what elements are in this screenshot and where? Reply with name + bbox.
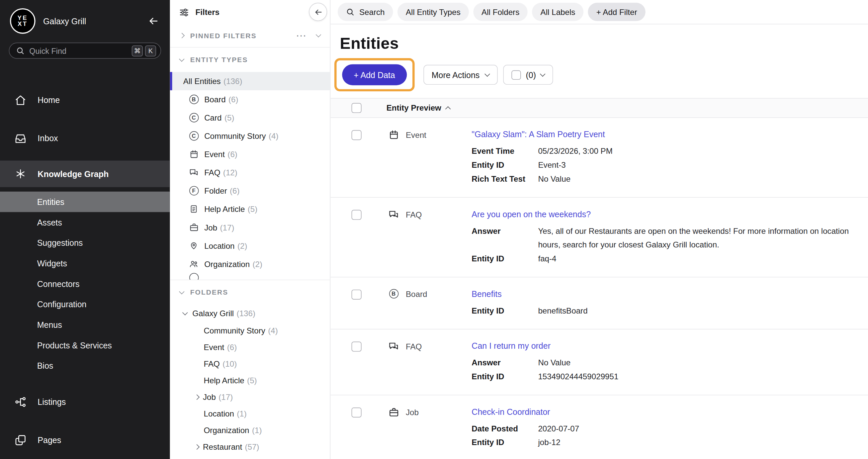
more-actions-button[interactable]: More Actions: [423, 65, 498, 85]
sidebar-item-suggestions[interactable]: Suggestions: [0, 233, 170, 253]
entity-link[interactable]: Check-in Coordinator: [471, 406, 550, 418]
folders-section-header[interactable]: FOLDERS: [170, 280, 330, 305]
people-icon: [189, 259, 198, 268]
sidebar-item-assets[interactable]: Assets: [0, 212, 170, 233]
folder-help-article[interactable]: Help Article (5): [170, 372, 330, 389]
sidebar-item-listings[interactable]: Listings: [0, 382, 170, 421]
sort-entity-preview[interactable]: Entity Preview: [386, 103, 450, 113]
row-checkbox[interactable]: [352, 289, 362, 300]
entity-type-cell: Job: [388, 407, 472, 418]
calendar-icon: [189, 149, 198, 159]
search-button[interactable]: Search: [338, 3, 393, 21]
entity-type-community-story[interactable]: C Community Story (4): [170, 127, 330, 145]
header-checkbox[interactable]: [352, 103, 362, 113]
filters-header: Filters: [170, 0, 330, 24]
entity-link[interactable]: "Galaxy Slam": A Slam Poetry Event: [471, 129, 605, 140]
entity-types-section-header[interactable]: ENTITY TYPES: [170, 48, 330, 72]
sidebar-item-menus[interactable]: Menus: [0, 314, 170, 335]
k-key-icon: K: [145, 45, 156, 56]
entity-type-job[interactable]: Job (17): [170, 218, 330, 237]
chevron-down-icon: [485, 71, 490, 76]
annotation-highlight-box: + Add Data: [334, 58, 414, 91]
sidebar-item-configuration[interactable]: Configuration: [0, 294, 170, 314]
chevron-down-icon: [183, 310, 188, 315]
sidebar-item-bios[interactable]: Bios: [0, 356, 170, 376]
add-data-button[interactable]: + Add Data: [342, 64, 406, 85]
yext-logo: YE XT: [10, 8, 35, 34]
sidebar-item-widgets[interactable]: Widgets: [0, 253, 170, 274]
entity-type-faq[interactable]: FAQ (12): [170, 163, 330, 182]
folder-event[interactable]: Event (6): [170, 339, 330, 356]
folder-galaxy-grill[interactable]: Galaxy Grill (136): [170, 305, 330, 322]
selection-count-button[interactable]: (0): [503, 65, 553, 85]
entity-type-all-entities[interactable]: All Entities (136): [170, 72, 330, 90]
search-icon: [16, 47, 24, 55]
entity-type-event[interactable]: Event (6): [170, 145, 330, 163]
app-window: YE XT Galaxy Grill ⌘ K Home: [0, 0, 868, 459]
collapse-filters-button[interactable]: [309, 3, 327, 21]
inbox-icon: [14, 131, 27, 145]
chevron-down-icon[interactable]: [316, 32, 321, 37]
chevron-down-icon: [179, 56, 184, 61]
entity-type-organization[interactable]: Organization (2): [170, 255, 330, 273]
card-icon: C: [189, 113, 198, 122]
sidebar-item-products-services[interactable]: Products & Services: [0, 335, 170, 356]
briefcase-icon: [189, 222, 198, 232]
listings-icon: [14, 395, 27, 408]
knowledge-graph-subnav: Entities Assets Suggestions Widgets Conn…: [0, 192, 170, 376]
entity-link[interactable]: Benefits: [471, 288, 501, 300]
collapse-sidebar-icon[interactable]: [147, 14, 160, 28]
row-checkbox[interactable]: [352, 130, 362, 140]
entity-type-card[interactable]: C Card (5): [170, 109, 330, 127]
folder-job[interactable]: Job (17): [170, 389, 330, 405]
document-icon: [189, 204, 198, 214]
sidebar-item-connectors[interactable]: Connectors: [0, 274, 170, 294]
entity-type-location[interactable]: Location (2): [170, 237, 330, 255]
folder-faq[interactable]: FAQ (10): [170, 356, 330, 372]
entity-type-help-article[interactable]: Help Article (5): [170, 200, 330, 218]
entity-link[interactable]: Can I return my order: [471, 340, 551, 351]
add-filter-button[interactable]: + Add Filter: [588, 3, 646, 21]
partial-circle-icon: [189, 273, 198, 280]
entity-type-folder[interactable]: F Folder (6): [170, 182, 330, 200]
entity-link[interactable]: Are you open on the weekends?: [471, 209, 591, 219]
filter-pill-folders[interactable]: All Folders: [473, 3, 528, 21]
sidebar-item-knowledge-graph[interactable]: Knowledge Graph: [0, 161, 170, 187]
entity-type-board[interactable]: B Board (6): [170, 90, 330, 109]
table-header-row: Entity Preview: [331, 98, 868, 118]
search-icon: [346, 8, 354, 16]
entity-type-cell: Event: [388, 129, 472, 140]
entity-types-list: All Entities (136) B Board (6) C Card (5…: [170, 72, 330, 280]
sidebar-header: YE XT Galaxy Grill: [0, 0, 170, 34]
search-filter-bar: Search All Entity Types All Folders All …: [331, 0, 868, 24]
entity-row: FAQ Can I return my order AnswerNo Value…: [331, 330, 868, 395]
select-all-checkbox[interactable]: [512, 70, 521, 80]
folder-community-story[interactable]: Community Story (4): [170, 322, 330, 339]
folder-location[interactable]: Location (1): [170, 405, 330, 422]
filter-pill-entity-types[interactable]: All Entity Types: [398, 3, 469, 21]
chevron-right-icon: [179, 33, 184, 38]
quick-find-input[interactable]: [29, 46, 129, 55]
entity-row: B Board Benefits Entity IDbenefitsBoard: [331, 277, 868, 330]
folder-restaurant[interactable]: Restaurant (57): [170, 438, 330, 455]
entity-row: Event "Galaxy Slam": A Slam Poetry Event…: [331, 118, 868, 197]
main-content: Search All Entity Types All Folders All …: [331, 0, 868, 459]
row-checkbox[interactable]: [352, 407, 362, 418]
sidebar-item-entities[interactable]: Entities: [0, 192, 170, 212]
folder-organization[interactable]: Organization (1): [170, 422, 330, 438]
folder-icon: F: [189, 186, 198, 195]
pinned-filters-section[interactable]: PINNED FILTERS ⋯: [170, 24, 330, 48]
row-checkbox[interactable]: [352, 210, 362, 220]
entities-table: Entity Preview Event "Galaxy Slam": A S: [331, 98, 868, 459]
row-checkbox[interactable]: [352, 342, 362, 352]
page-title: Entities: [340, 34, 868, 53]
quick-find[interactable]: ⌘ K: [9, 42, 161, 59]
sidebar-item-home[interactable]: Home: [0, 81, 170, 119]
sidebar-item-pages[interactable]: Pages: [0, 421, 170, 459]
primary-nav: Home Inbox: [0, 81, 170, 157]
more-options-icon[interactable]: ⋯: [296, 33, 307, 38]
home-icon: [14, 93, 27, 106]
entity-type-cell: FAQ: [388, 209, 472, 220]
sidebar-item-inbox[interactable]: Inbox: [0, 119, 170, 157]
filter-pill-labels[interactable]: All Labels: [532, 3, 584, 21]
